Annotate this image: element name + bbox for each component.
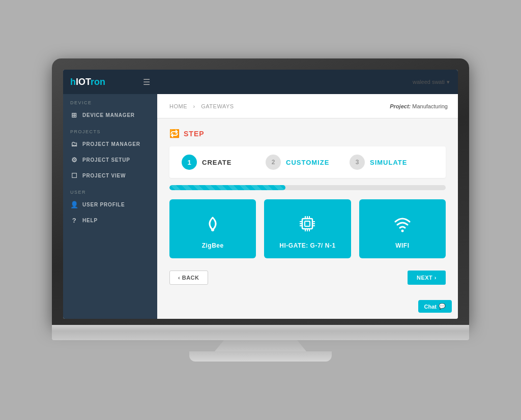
wifi-label: WIFI [395,242,409,249]
svg-rect-2 [305,221,310,226]
section-label-device: DEVICE [63,94,157,107]
step-refresh-icon: 🔁 [169,129,180,138]
chat-label: Chat [424,304,437,310]
sidebar-item-label: PROJECT MANAGER [82,141,140,147]
step-header: 🔁 STEP [169,129,446,138]
user-info[interactable]: waleed swati ▾ [413,79,450,85]
sidebar-item-project-setup[interactable]: ⚙ PROJECT SETUP [63,152,157,168]
back-button[interactable]: ‹ BACK [169,271,208,285]
steps-wizard: 1 CREATE 2 CUSTOMIZE [169,146,446,178]
sidebar-item-user-profile[interactable]: 👤 USER PROFILE [63,197,157,213]
main-content: 🔁 STEP 1 CREATE [157,118,458,319]
logo-suffix: ron [91,77,105,87]
username: waleed swati [413,79,445,85]
app-topbar: waleed swati ▾ [157,70,458,94]
project-view-icon: ☐ [70,172,78,179]
project-label: Project: Manufacturing [390,103,448,109]
user-chevron: ▾ [447,79,450,85]
sidebar-item-project-manager[interactable]: 🗂 PROJECT MANAGER [63,136,157,152]
logo-h: h [70,77,76,87]
logo: hIOTron [70,77,105,87]
monitor-stand-top [215,340,306,351]
monitor-chin [52,325,469,340]
wizard-step-1[interactable]: 1 CREATE [182,155,266,170]
nav-buttons: ‹ BACK NEXT › [169,271,446,285]
sidebar-item-help[interactable]: ? HELP [63,213,157,228]
sidebar-item-label: HELP [82,218,98,223]
monitor-stand-base [189,351,332,362]
progress-bar-fill [169,185,285,190]
breadcrumb: HOME › GATEWAYS [167,103,236,109]
step-label-2: CUSTOMIZE [286,159,329,166]
device-manager-icon: ⊞ [70,111,78,119]
project-setup-icon: ⚙ [70,156,78,164]
gateway-cards: ZigBee [169,199,446,258]
zigbee-label: ZigBee [202,242,224,249]
sidebar-item-label: DEVICE MANAGER [82,112,135,118]
main-area: waleed swati ▾ HOME › GATEWAYS Project: … [157,70,458,319]
chat-button[interactable]: Chat 💬 [418,300,452,313]
logo-brand: IOT [76,77,91,87]
sidebar-item-label: PROJECT SETUP [82,157,130,163]
wizard-step-2[interactable]: 2 CUSTOMIZE [266,155,350,170]
help-icon: ? [70,217,78,224]
chat-icon: 💬 [439,303,446,310]
breadcrumb-bar: HOME › GATEWAYS Project: Manufacturing [157,94,458,118]
step-label-3: SIMULATE [370,159,407,166]
svg-point-15 [401,230,403,232]
zigbee-icon [202,214,223,237]
gateway-card-wifi[interactable]: WIFI [359,199,446,258]
step-circle-2: 2 [266,155,281,170]
breadcrumb-current: GATEWAYS [201,103,234,109]
hamburger-icon[interactable]: ☰ [143,77,150,87]
sidebar-item-label: USER PROFILE [82,202,125,207]
sidebar-item-project-view[interactable]: ☐ PROJECT VIEW [63,168,157,184]
user-profile-icon: 👤 [70,201,78,208]
chip-icon [297,214,317,237]
higate-label: HI-GATE: G-7/ N-1 [279,242,335,249]
project-label-text: Project: [390,103,411,109]
next-button[interactable]: NEXT › [408,271,446,285]
step-circle-1: 1 [182,155,197,170]
section-label-projects: PROJECTS [63,123,157,136]
step-heading: STEP [184,130,205,138]
breadcrumb-home[interactable]: HOME [169,103,187,109]
svg-rect-1 [302,219,312,229]
wizard-step-3[interactable]: 3 SIMULATE [350,155,433,170]
progress-bar [169,185,446,190]
step-circle-3: 3 [350,155,365,170]
page-body: 🔁 STEP 1 CREATE [157,118,458,319]
svg-point-0 [211,228,214,231]
step-label-1: CREATE [202,159,231,166]
sidebar-item-device-manager[interactable]: ⊞ DEVICE MANAGER [63,107,157,123]
gateway-card-zigbee[interactable]: ZigBee [169,199,256,258]
breadcrumb-separator: › [193,103,195,109]
project-name: Manufacturing [412,103,448,109]
sidebar: hIOTron ☰ DEVICE ⊞ DEVICE MANAGER PROJEC… [63,70,157,319]
gateway-card-higate[interactable]: HI-GATE: G-7/ N-1 [264,199,351,258]
wifi-icon [392,214,413,237]
project-manager-icon: 🗂 [70,140,78,148]
sidebar-item-label: PROJECT VIEW [82,173,126,178]
section-label-user: USER [63,184,157,197]
sidebar-header: hIOTron ☰ [63,70,157,94]
